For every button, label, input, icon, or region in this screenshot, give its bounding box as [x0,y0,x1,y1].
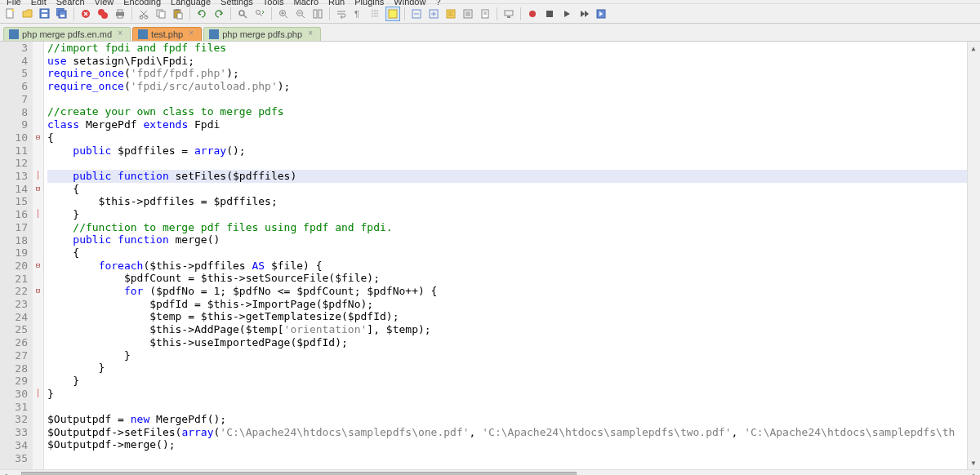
code-line-32[interactable]: $Outputpdf = new MergePdf(); [47,413,980,426]
svg-rect-3 [42,14,47,17]
cut-icon[interactable] [136,7,151,21]
code-line-29[interactable]: } [47,375,980,388]
new-file-icon[interactable] [3,7,18,21]
tab-close-icon[interactable]: × [305,29,315,39]
svg-point-36 [529,11,536,17]
copy-icon[interactable] [154,7,168,21]
func-list-icon[interactable] [461,7,475,21]
svg-rect-20 [177,13,182,19]
tab-label: php merge pdfs.en.md [22,29,112,39]
code-line-4[interactable]: use setasign\Fpdi\Fpdi; [47,55,980,68]
code-line-16[interactable]: } [47,208,980,221]
svg-rect-7 [60,15,65,17]
tab-close-icon[interactable]: × [115,29,125,39]
code-line-6[interactable]: require_once('fpdi/src/autoload.php'); [47,80,980,93]
code-line-10[interactable]: { [47,131,980,144]
code-line-28[interactable]: } [47,362,980,375]
code-line-5[interactable]: require_once('fpdf/fpdf.php'); [47,67,980,80]
svg-rect-37 [546,11,553,17]
fold-all-icon[interactable] [409,7,424,21]
hscroll-thumb[interactable] [21,472,577,476]
code-line-25[interactable]: $this->AddPage($temp['orientation'], $te… [47,323,980,336]
scroll-up-icon[interactable]: ▲ [969,43,978,53]
svg-rect-17 [159,11,165,18]
sync-scroll-icon[interactable] [310,7,325,21]
code-line-8[interactable]: //create your own class to merge pdfs [47,105,980,118]
fold-column[interactable]: ⊟ │⊟ │ ⊟ ⊟ │ [33,42,44,469]
code-line-12[interactable] [47,157,980,170]
tab-label: php merge pdfs.php [222,29,302,39]
scroll-right-icon[interactable]: ► [970,472,980,476]
highlight-icon[interactable] [385,7,400,21]
vertical-scrollbar[interactable]: ▲ ▼ [967,42,980,469]
code-line-31[interactable] [47,400,980,413]
paste-icon[interactable] [171,7,185,21]
play-multi-icon[interactable] [577,7,591,21]
tab-bar: php merge pdfs.en.md×test.php×php merge … [0,24,980,42]
tab-php-merge-pdfs-php[interactable]: php merge pdfs.php× [203,27,321,41]
tab-close-icon[interactable]: × [186,29,196,39]
code-line-11[interactable]: public $pdffiles = array(); [47,144,980,158]
code-line-30[interactable]: } [47,388,980,401]
code-line-22[interactable]: for ($pdfNo = 1; $pdfNo <= $pdfCount; $p… [47,285,980,298]
undo-icon[interactable] [194,7,209,21]
replace-icon[interactable] [252,7,267,21]
save-all-icon[interactable] [55,7,69,21]
svg-point-22 [256,10,261,14]
code-line-33[interactable]: $Outputpdf->setFiles(array('C:\Apache24\… [47,426,980,439]
code-line-26[interactable]: $this->useImportedPage($pdfId); [47,336,980,349]
code-line-9[interactable]: class MergePdf extends Fpdi [47,118,980,131]
close-icon[interactable] [78,7,93,21]
svg-rect-35 [507,16,510,18]
zoom-in-icon[interactable] [276,7,291,21]
print-icon[interactable] [113,7,127,21]
open-file-icon[interactable] [20,7,35,21]
doc-switcher-icon[interactable] [478,7,492,21]
code-line-24[interactable]: $temp = $this->getTemplatesize($pdfId); [47,310,980,323]
code-line-18[interactable]: public function merge() [47,233,980,246]
record-icon[interactable] [525,7,540,21]
show-chars-icon[interactable]: ¶ [351,7,366,21]
svg-rect-28 [389,10,397,18]
code-line-17[interactable]: //function to merge pdf files using fpdf… [47,221,980,234]
code-line-3[interactable]: //import fpdi and fpdf files [47,42,980,55]
code-line-7[interactable] [47,93,980,106]
tab-php-merge-pdfs-en-md[interactable]: php merge pdfs.en.md× [3,27,131,41]
code-line-14[interactable]: { [47,183,980,196]
code-line-27[interactable]: } [47,349,980,362]
svg-text:¶: ¶ [354,9,359,19]
stop-icon[interactable] [542,7,557,21]
indent-guide-icon[interactable] [368,7,383,21]
code-line-20[interactable]: foreach($this->pdffiles AS $file) { [47,260,980,273]
tab-test-php[interactable]: test.php× [132,27,202,41]
code-line-13[interactable]: public function setFiles($pdffiles) [47,170,980,183]
doc-map-icon[interactable] [443,7,458,21]
file-icon [138,29,148,39]
svg-rect-12 [118,10,122,12]
code-line-21[interactable]: $pdfCount = $this->setSourceFile($file); [47,272,980,285]
zoom-out-icon[interactable] [293,7,308,21]
monitor-icon[interactable] [501,7,516,21]
close-all-icon[interactable] [96,7,110,21]
code-content[interactable]: //import fpdi and fpdf filesuse setasign… [44,42,980,469]
line-gutter: 3456789101112131415161718192021222324252… [0,42,33,469]
code-line-34[interactable]: $Outputpdf->merge(); [47,438,980,451]
svg-rect-13 [118,16,122,18]
save-icon[interactable] [38,7,52,21]
svg-rect-4 [42,10,47,12]
svg-rect-1 [11,9,14,11]
file-icon [9,29,19,39]
code-editor[interactable]: 3456789101112131415161718192021222324252… [0,42,980,469]
redo-icon[interactable] [212,7,226,21]
scroll-left-icon[interactable]: ◄ [0,472,10,476]
code-line-23[interactable]: $pdfId = $this->ImportPage($pdfNo); [47,298,980,311]
scroll-down-icon[interactable]: ▼ [969,458,978,468]
horizontal-scrollbar[interactable]: ◄ ► [0,469,980,475]
unfold-all-icon[interactable] [426,7,441,21]
play-icon[interactable] [559,7,574,21]
wordwrap-icon[interactable] [334,7,349,21]
save-macro-icon[interactable] [594,7,608,21]
code-line-19[interactable]: { [47,246,980,260]
find-icon[interactable] [235,7,250,21]
code-line-15[interactable]: $this->pdffiles = $pdffiles; [47,195,980,208]
